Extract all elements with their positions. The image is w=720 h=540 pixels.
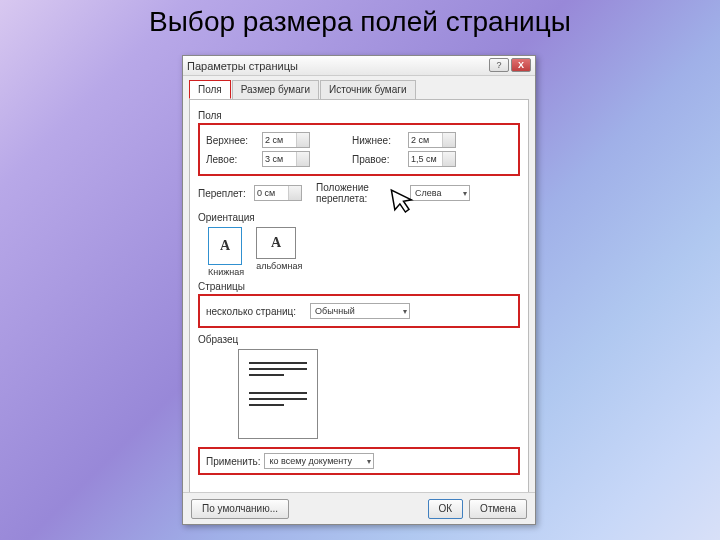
apply-select[interactable]: ко всему документу [264, 453, 374, 469]
titlebar: Параметры страницы ? X [183, 56, 535, 76]
button-bar: По умолчанию... ОК Отмена [183, 492, 535, 524]
apply-highlight: Применить: ко всему документу [198, 447, 520, 475]
gutter-input[interactable]: 0 см▲▼ [254, 185, 302, 201]
close-button[interactable]: X [511, 58, 531, 72]
slide-title: Выбор размера полей страницы [0, 6, 720, 38]
orientation-landscape[interactable]: A альбомная [256, 227, 302, 277]
cancel-button[interactable]: Отмена [469, 499, 527, 519]
portrait-icon: A [208, 227, 242, 265]
landscape-label: альбомная [256, 261, 302, 271]
apply-label: Применить: [206, 456, 260, 467]
orientation-label: Ориентация [198, 212, 520, 223]
tabs: Поля Размер бумаги Источник бумаги [183, 76, 535, 99]
default-button[interactable]: По умолчанию... [191, 499, 289, 519]
portrait-label: Книжная [208, 267, 244, 277]
tab-margins[interactable]: Поля [189, 80, 231, 99]
bottom-input[interactable]: 2 см▲▼ [408, 132, 456, 148]
multi-pages-select[interactable]: Обычный [310, 303, 410, 319]
left-label: Левое: [206, 154, 258, 165]
help-button[interactable]: ? [489, 58, 509, 72]
multi-pages-label: несколько страниц: [206, 306, 306, 317]
left-input[interactable]: 3 см▲▼ [262, 151, 310, 167]
ok-button[interactable]: ОК [428, 499, 464, 519]
tab-paper[interactable]: Размер бумаги [232, 80, 319, 99]
gutter-label: Переплет: [198, 188, 250, 199]
panel: Поля Верхнее: 2 см▲▼ Нижнее: 2 см▲▼ Лево… [189, 99, 529, 504]
right-label: Правое: [352, 154, 404, 165]
page-setup-dialog: Параметры страницы ? X Поля Размер бумаг… [182, 55, 536, 525]
bottom-label: Нижнее: [352, 135, 404, 146]
top-label: Верхнее: [206, 135, 258, 146]
top-input[interactable]: 2 см▲▼ [262, 132, 310, 148]
preview-icon [238, 349, 318, 439]
orientation-portrait[interactable]: A Книжная [208, 227, 244, 277]
pages-label: Страницы [198, 281, 520, 292]
gutter-pos-select[interactable]: Слева [410, 185, 470, 201]
dialog-title: Параметры страницы [187, 60, 298, 72]
fields-group-label: Поля [198, 110, 520, 121]
margins-highlight: Верхнее: 2 см▲▼ Нижнее: 2 см▲▼ Левое: 3 … [198, 123, 520, 176]
landscape-icon: A [256, 227, 296, 259]
pages-highlight: несколько страниц: Обычный [198, 294, 520, 328]
right-input[interactable]: 1,5 см▲▼ [408, 151, 456, 167]
sample-label: Образец [198, 334, 520, 345]
tab-source[interactable]: Источник бумаги [320, 80, 416, 99]
